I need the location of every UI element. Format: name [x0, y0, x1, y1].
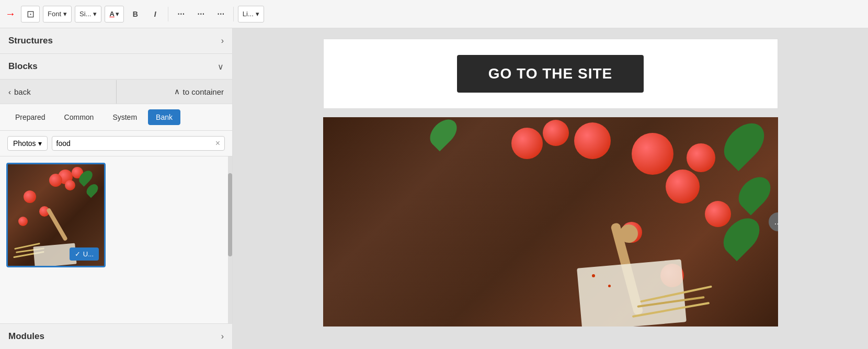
line-spacing-label: Li...: [243, 10, 254, 18]
basil-shape: [84, 182, 100, 198]
tab-bank[interactable]: Bank: [148, 109, 180, 125]
font-color-selector[interactable]: A ▾: [105, 6, 123, 22]
button-block: GO TO THE SITE: [323, 39, 778, 109]
font-color-label: A: [109, 10, 114, 18]
font-selector[interactable]: Font ▾: [43, 6, 72, 22]
structures-label: Structures: [8, 36, 53, 46]
size-label: Si...: [79, 10, 91, 18]
photo-block: ...: [323, 117, 778, 327]
canvas-area: GO TO THE SITE: [233, 28, 868, 349]
line-spacing-arrow: ▾: [256, 10, 259, 18]
size-selector[interactable]: Si... ▾: [75, 6, 101, 22]
blocks-arrow-icon: ∨: [218, 62, 224, 72]
bold-icon: B: [133, 10, 138, 18]
category-dropdown[interactable]: Photos ▾: [7, 136, 48, 151]
canvas-basil: [425, 117, 462, 151]
align-center-icon: ⋯: [197, 10, 204, 18]
search-row: Photos ▾ ×: [0, 131, 232, 156]
text-block-icon-btn[interactable]: ⊡: [21, 6, 40, 22]
image-grid-container: ✓ U...: [0, 156, 232, 323]
image-use-badge[interactable]: ✓ U...: [70, 247, 99, 261]
align-left-button[interactable]: ⋯: [173, 6, 189, 22]
font-dropdown-arrow: ▾: [63, 10, 67, 18]
tab-common[interactable]: Common: [56, 109, 102, 125]
canvas-tomato: [687, 143, 715, 172]
blocks-section[interactable]: Blocks ∨: [0, 54, 232, 80]
main-layout: Structures › Blocks ∨ ‹ back ∧ to contai…: [0, 28, 868, 349]
modules-label: Modules: [8, 331, 44, 342]
search-input-wrap: ×: [52, 136, 225, 151]
back-chevron-icon: ‹: [8, 87, 11, 96]
back-button[interactable]: ‹ back: [0, 80, 117, 104]
search-clear-icon[interactable]: ×: [215, 139, 220, 148]
to-container-button[interactable]: ∧ to container: [117, 80, 233, 104]
font-color-arrow: ▾: [116, 10, 119, 18]
align-right-button[interactable]: ⋯: [212, 6, 229, 22]
spice-dot: [608, 285, 611, 287]
canvas-tomato: [705, 201, 731, 227]
tomato-shape: [65, 180, 75, 190]
font-label: Font: [48, 10, 61, 18]
image-grid: ✓ U...: [0, 156, 232, 323]
canvas-cloth: [577, 260, 687, 327]
tomato-shape: [49, 174, 62, 187]
toolbar: → ⊡ Font ▾ Si... ▾ A ▾ B I ⋯ ⋯ ⋯ Li... ▾: [0, 0, 868, 28]
use-badge-label: U...: [83, 250, 94, 258]
size-dropdown-arrow: ▾: [93, 10, 97, 18]
tab-system[interactable]: System: [105, 109, 145, 125]
bold-button[interactable]: B: [127, 6, 144, 22]
italic-icon: I: [154, 10, 156, 18]
blocks-label: Blocks: [8, 61, 38, 72]
align-center-button[interactable]: ⋯: [192, 6, 209, 22]
go-to-site-label: GO TO THE SITE: [488, 65, 613, 82]
modules-section[interactable]: Modules ›: [0, 323, 232, 349]
to-container-label: to container: [183, 87, 224, 96]
tab-row: Prepared Common System Bank: [0, 104, 232, 131]
structures-arrow-icon: ›: [221, 36, 224, 46]
canvas-food-image: [323, 117, 778, 327]
align-right-icon: ⋯: [217, 10, 224, 18]
canvas-tomato: [632, 133, 673, 175]
canvas-basil: [732, 171, 776, 216]
search-input[interactable]: [56, 139, 215, 148]
italic-button[interactable]: I: [147, 6, 164, 22]
image-card[interactable]: ✓ U...: [6, 163, 106, 267]
toolbar-divider-1: [168, 7, 168, 21]
scrollbar-track[interactable]: [228, 156, 232, 323]
canvas-tomato: [666, 170, 700, 204]
tomato-shape: [24, 190, 36, 203]
canvas-basil: [716, 117, 771, 171]
back-label: back: [14, 87, 31, 96]
modules-arrow-icon: ›: [221, 332, 224, 341]
spoon-shape: [46, 208, 68, 242]
more-options-icon: ...: [774, 217, 778, 227]
tab-prepared[interactable]: Prepared: [7, 109, 53, 125]
canvas-tomato: [543, 120, 569, 146]
sidebar: Structures › Blocks ∨ ‹ back ∧ to contai…: [0, 28, 233, 349]
canvas-tomato: [511, 128, 543, 159]
checkmark-icon: ✓: [75, 250, 81, 258]
red-arrow-indicator: →: [5, 8, 16, 20]
align-left-icon: ⋯: [177, 10, 185, 18]
category-dropdown-arrow-icon: ▾: [38, 139, 42, 148]
toolbar-divider-2: [233, 7, 234, 21]
canvas-tomato: [574, 122, 611, 159]
tomato-shape: [18, 217, 28, 226]
go-to-site-button[interactable]: GO TO THE SITE: [457, 55, 644, 93]
container-chevron-icon: ∧: [174, 87, 180, 96]
category-label: Photos: [13, 139, 36, 148]
scrollbar-thumb[interactable]: [228, 173, 232, 257]
structures-section[interactable]: Structures ›: [0, 28, 232, 54]
line-spacing-selector[interactable]: Li... ▾: [238, 6, 264, 22]
text-block-icon: ⊡: [27, 8, 35, 20]
spice-dot: [592, 274, 595, 277]
nav-row: ‹ back ∧ to container: [0, 80, 232, 104]
